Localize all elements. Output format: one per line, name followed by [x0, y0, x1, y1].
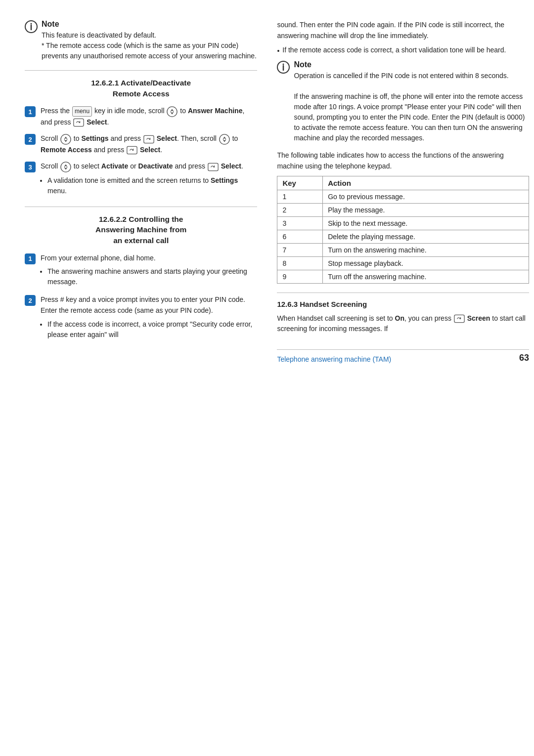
table-header-row: Key Action — [277, 176, 529, 190]
right-bullet-1: • If the remote access code is correct, … — [277, 45, 529, 56]
page-layout: Note This feature is deactivated by defa… — [25, 20, 509, 363]
note-icon-2 — [277, 61, 290, 77]
footer-right: 63 — [519, 353, 529, 363]
divider-3 — [277, 293, 529, 293]
table-row: 2Play the message. — [277, 203, 529, 216]
table-cell-key: 3 — [277, 216, 323, 230]
svg-rect-11 — [127, 146, 137, 154]
note-content-1: Note This feature is deactivated by defa… — [42, 20, 257, 61]
divider-1 — [25, 70, 257, 71]
table-cell-key: 6 — [277, 230, 323, 243]
note-text-2: Operation is cancelled if the PIN code i… — [294, 71, 529, 143]
step-item-1: 1 Press the menu key in idle mode, scrol… — [25, 106, 257, 127]
table-cell-action: Skip to the next message. — [323, 216, 529, 230]
menu-key-icon: menu — [72, 106, 92, 117]
step-2-1-bullet-1: The answering machine answers and starts… — [47, 266, 257, 287]
right-text-1: sound. Then enter the PIN code again. If… — [277, 20, 529, 41]
step-list-2: 1 From your external phone, dial home. T… — [25, 253, 257, 341]
select-icon-3 — [208, 163, 219, 171]
svg-point-2 — [31, 23, 32, 25]
step-content-2: Scroll to Settings and press Select. The… — [41, 133, 257, 155]
step-content-3: Scroll to select Activate or Deactivate … — [41, 161, 257, 197]
table-cell-action: Play the message. — [323, 203, 529, 216]
step-3-bullets: A validation tone is emitted and the scr… — [41, 175, 257, 196]
section-heading-1: 12.6.2.1 Activate/Deactivate Remote Acce… — [25, 78, 257, 99]
step-item-2: 2 Scroll to Settings and press Select. T… — [25, 133, 257, 155]
section-heading-2: 12.6.2.2 Controlling the Answering Machi… — [25, 214, 257, 246]
step-num-3: 3 — [25, 162, 36, 172]
table-row: 8Stop message playback. — [277, 256, 529, 270]
col-key-header: Key — [277, 176, 323, 190]
scroll-icon-3 — [60, 162, 71, 172]
svg-point-9 — [220, 134, 229, 144]
svg-rect-5 — [74, 119, 84, 126]
step-num-2: 2 — [25, 134, 36, 145]
select-icon-2c — [127, 146, 137, 155]
svg-rect-18 — [454, 315, 464, 322]
step-content-2-1: From your external phone, dial home. The… — [41, 253, 257, 289]
table-cell-key: 7 — [277, 243, 323, 256]
step-content-1: Press the menu key in idle mode, scroll … — [41, 106, 257, 127]
bullet-dot-1: • — [277, 46, 279, 56]
table-row: 6Delete the playing message. — [277, 230, 529, 243]
scroll-icon-2 — [60, 134, 71, 145]
step-list-1: 1 Press the menu key in idle mode, scrol… — [25, 106, 257, 197]
svg-point-3 — [167, 107, 177, 117]
table-cell-action: Turn off the answering machine. — [323, 270, 529, 283]
step-num-1: 1 — [25, 106, 36, 117]
svg-point-17 — [283, 64, 284, 65]
table-row: 1Go to previous message. — [277, 190, 529, 203]
right-column: sound. Then enter the PIN code again. If… — [277, 20, 529, 363]
table-cell-key: 2 — [277, 203, 323, 216]
step-item-2-2: 2 Press # key and a voice prompt invites… — [25, 294, 257, 341]
left-column: Note This feature is deactivated by defa… — [25, 20, 257, 363]
scroll-icon-2b — [219, 134, 230, 145]
note-box-1: Note This feature is deactivated by defa… — [25, 20, 257, 61]
step-item-3: 3 Scroll to select Activate or Deactivat… — [25, 161, 257, 197]
svg-point-6 — [61, 134, 71, 144]
table-cell-key: 9 — [277, 270, 323, 283]
divider-2 — [25, 207, 257, 207]
step-num-2-1: 1 — [25, 253, 36, 264]
step-2-2-bullets: If the access code is incorrect, a voice… — [41, 319, 257, 340]
select-icon-2 — [143, 135, 154, 144]
right-bullet-1-text: If the remote access code is correct, a … — [282, 45, 506, 56]
footer-left: Telephone answering machine (TAM) — [277, 355, 391, 363]
svg-rect-14 — [208, 163, 218, 170]
table-cell-action: Go to previous message. — [323, 190, 529, 203]
note-text-1: This feature is deactivated by default.*… — [42, 30, 257, 61]
select-icon-1 — [73, 118, 84, 127]
handset-text: When Handset call screening is set to On… — [277, 313, 529, 335]
svg-rect-8 — [144, 135, 154, 143]
table-cell-action: Delete the playing message. — [323, 230, 529, 243]
note-icon-1 — [25, 20, 38, 36]
table-cell-key: 8 — [277, 256, 323, 270]
table-row: 3Skip to the next message. — [277, 216, 529, 230]
step-2-1-bullets: The answering machine answers and starts… — [41, 266, 257, 287]
table-section: The following table indicates how to acc… — [277, 150, 529, 283]
handset-heading: 12.6.3 Handset Screening — [277, 300, 529, 308]
note-content-2: Note Operation is cancelled if the PIN c… — [294, 60, 529, 143]
step-num-2-2: 2 — [25, 295, 36, 306]
scroll-icon-1 — [167, 106, 178, 117]
keypad-table: Key Action 1Go to previous message.2Play… — [277, 176, 529, 284]
table-row: 9Turn off the answering machine. — [277, 270, 529, 283]
note-title-1: Note — [42, 20, 257, 29]
note-box-2: Note Operation is cancelled if the PIN c… — [277, 60, 529, 143]
footer-bar: Telephone answering machine (TAM) 63 — [277, 349, 529, 363]
step-item-2-1: 1 From your external phone, dial home. T… — [25, 253, 257, 289]
step-3-bullet-1: A validation tone is emitted and the scr… — [47, 175, 257, 196]
table-row: 7Turn on the answering machine. — [277, 243, 529, 256]
note-title-2: Note — [294, 60, 529, 69]
table-body: 1Go to previous message.2Play the messag… — [277, 190, 529, 283]
step-content-2-2: Press # key and a voice prompt invites y… — [41, 294, 257, 341]
table-cell-key: 1 — [277, 190, 323, 203]
table-cell-action: Stop message playback. — [323, 256, 529, 270]
col-action-header: Action — [323, 176, 529, 190]
svg-point-12 — [61, 162, 71, 172]
step-2-2-bullet-1: If the access code is incorrect, a voice… — [47, 319, 257, 340]
table-intro-text: The following table indicates how to acc… — [277, 150, 529, 171]
handset-section: 12.6.3 Handset Screening When Handset ca… — [277, 300, 529, 335]
screen-icon — [454, 314, 465, 323]
table-cell-action: Turn on the answering machine. — [323, 243, 529, 256]
